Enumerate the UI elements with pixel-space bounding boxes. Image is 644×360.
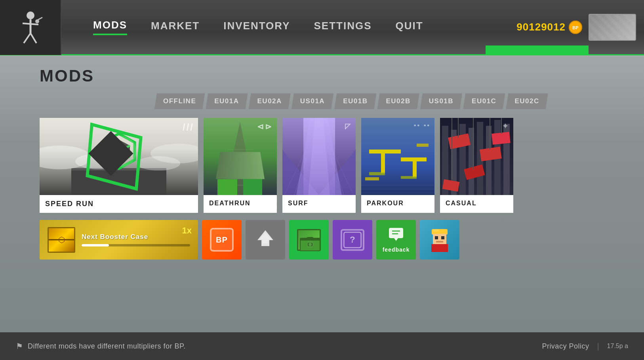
feedback-button[interactable]: feedback bbox=[376, 220, 416, 260]
flag-icon: ⚑ bbox=[16, 341, 23, 351]
tab-eu01a[interactable]: EU01A bbox=[206, 93, 248, 109]
deathrun-badge: ⊲⊳ bbox=[257, 122, 273, 131]
server-tabs: OFFLINE EU01A EU02A US01A EU01B EU02B US… bbox=[154, 93, 612, 109]
user-avatar-thumbnail[interactable] bbox=[589, 14, 636, 41]
mod-card-casual[interactable]: ✦ CASUAL bbox=[440, 118, 513, 213]
svg-point-19 bbox=[137, 156, 180, 171]
ping-display: 17.5p a bbox=[607, 343, 628, 350]
mod-card-parkour[interactable]: ▪▪ ▪▪ PARKOUR bbox=[361, 118, 434, 213]
tab-eu01c[interactable]: EU01C bbox=[463, 93, 505, 109]
case-button[interactable] bbox=[289, 220, 329, 260]
surf-label: SURF bbox=[282, 195, 356, 212]
mod-card-image-speedrun: /// bbox=[40, 118, 198, 195]
bp-button[interactable]: BP bbox=[202, 220, 242, 260]
green-progress-bar bbox=[486, 45, 589, 54]
footer: ⚑ Different mods have different multipli… bbox=[0, 332, 644, 360]
tab-offline[interactable]: OFFLINE bbox=[154, 93, 205, 109]
nav-mods[interactable]: MODS bbox=[93, 19, 127, 35]
booster-label: Next Booster Case bbox=[82, 233, 190, 241]
tab-us01a[interactable]: US01A bbox=[292, 93, 333, 109]
svg-rect-89 bbox=[435, 236, 438, 239]
svg-rect-91 bbox=[436, 241, 443, 243]
svg-marker-74 bbox=[259, 233, 271, 243]
logo-figure bbox=[17, 9, 44, 45]
bottom-row: Next Booster Case 1x BP bbox=[40, 220, 612, 260]
mod-card-image-parkour: ▪▪ ▪▪ bbox=[361, 118, 434, 195]
booster-count: 1x bbox=[182, 225, 192, 236]
svg-rect-93 bbox=[433, 229, 438, 231]
feedback-label: feedback bbox=[383, 246, 410, 253]
bp-icon: BP bbox=[210, 228, 234, 252]
tab-eu01b[interactable]: EU01B bbox=[334, 93, 376, 109]
logo bbox=[0, 0, 61, 55]
svg-rect-30 bbox=[241, 167, 252, 176]
speedrun-label: SPEED RUN bbox=[40, 195, 198, 213]
top-navigation: MODS MARKET INVENTORY SETTINGS QUIT 9012… bbox=[0, 0, 644, 55]
svg-line-4 bbox=[30, 33, 36, 43]
svg-point-20 bbox=[101, 136, 137, 167]
casual-label: CASUAL bbox=[440, 195, 513, 212]
svg-line-15 bbox=[108, 146, 130, 157]
svg-rect-44 bbox=[381, 150, 385, 173]
svg-rect-77 bbox=[307, 237, 313, 240]
svg-rect-42 bbox=[361, 118, 434, 195]
main-content: MODS OFFLINE EU01A EU02A US01A EU01B EU0… bbox=[0, 55, 644, 260]
mystery-icon: ? bbox=[341, 229, 364, 251]
svg-point-18 bbox=[75, 153, 123, 169]
mod-card-image-deathrun: ⊲⊳ bbox=[204, 118, 277, 195]
speedrun-bg: /// bbox=[40, 118, 198, 195]
svg-rect-10 bbox=[71, 169, 166, 195]
surf-bg: ◸ bbox=[282, 118, 356, 195]
mod-card-image-casual: ✦ bbox=[440, 118, 513, 195]
footer-left: ⚑ Different mods have different multipli… bbox=[16, 341, 186, 351]
nav-inventory[interactable]: INVENTORY bbox=[223, 20, 290, 34]
nav-market[interactable]: MARKET bbox=[151, 20, 200, 34]
up-icon bbox=[255, 228, 275, 251]
mod-cards-row: /// SPEED RUN bbox=[40, 118, 612, 213]
tab-eu02b[interactable]: EU02B bbox=[377, 93, 419, 109]
feedback-icon bbox=[388, 227, 404, 244]
deathrun-label: DEATHRUN bbox=[204, 195, 277, 212]
tab-eu02a[interactable]: EU02A bbox=[249, 93, 291, 109]
svg-rect-45 bbox=[369, 172, 385, 175]
mystery-button[interactable]: ? bbox=[333, 220, 372, 260]
nav-settings[interactable]: SETTINGS bbox=[314, 20, 372, 34]
privacy-policy-link[interactable]: Privacy Policy bbox=[542, 342, 589, 351]
svg-marker-37 bbox=[308, 118, 330, 195]
footer-info-text: Different mods have different multiplier… bbox=[28, 342, 186, 351]
tab-us01b[interactable]: US01B bbox=[420, 93, 462, 109]
svg-line-6 bbox=[36, 17, 42, 21]
user-avatar bbox=[426, 226, 453, 254]
svg-rect-29 bbox=[229, 161, 238, 170]
svg-marker-13 bbox=[108, 140, 130, 163]
speedrun-badge: /// bbox=[183, 122, 194, 133]
svg-marker-86 bbox=[394, 238, 398, 241]
mod-card-speedrun[interactable]: /// SPEED RUN bbox=[40, 118, 198, 213]
casual-bg: ✦ bbox=[440, 118, 513, 195]
booster-case-card: Next Booster Case 1x bbox=[40, 220, 198, 260]
nav-quit[interactable]: QUIT bbox=[395, 20, 423, 34]
svg-text:BP: BP bbox=[572, 25, 578, 30]
svg-point-0 bbox=[27, 11, 34, 19]
surf-badge: ◸ bbox=[345, 122, 352, 131]
user-profile-button[interactable] bbox=[420, 220, 459, 260]
parkour-badge: ▪▪ ▪▪ bbox=[414, 122, 431, 129]
svg-rect-67 bbox=[492, 132, 511, 145]
svg-rect-47 bbox=[413, 157, 417, 177]
booster-info: Next Booster Case bbox=[82, 233, 190, 246]
currency-amount: 90129012 bbox=[516, 21, 566, 33]
deathrun-bg: ⊲⊳ bbox=[204, 118, 277, 195]
svg-rect-31 bbox=[217, 179, 237, 195]
currency-display: 90129012 BP bbox=[516, 21, 582, 34]
coin-icon: BP bbox=[569, 21, 582, 34]
mod-card-surf[interactable]: ◸ SURF bbox=[282, 118, 356, 213]
footer-separator: | bbox=[597, 342, 599, 351]
svg-rect-92 bbox=[431, 244, 448, 252]
parkour-bg: ▪▪ ▪▪ bbox=[361, 118, 434, 195]
up-button[interactable] bbox=[246, 220, 285, 260]
tab-eu02c[interactable]: EU02C bbox=[506, 93, 548, 109]
nav-links: MODS MARKET INVENTORY SETTINGS QUIT bbox=[93, 19, 516, 35]
mod-card-deathrun[interactable]: ⊲⊳ DEATHRUN bbox=[204, 118, 277, 213]
svg-rect-48 bbox=[401, 176, 417, 179]
svg-rect-90 bbox=[441, 236, 444, 239]
